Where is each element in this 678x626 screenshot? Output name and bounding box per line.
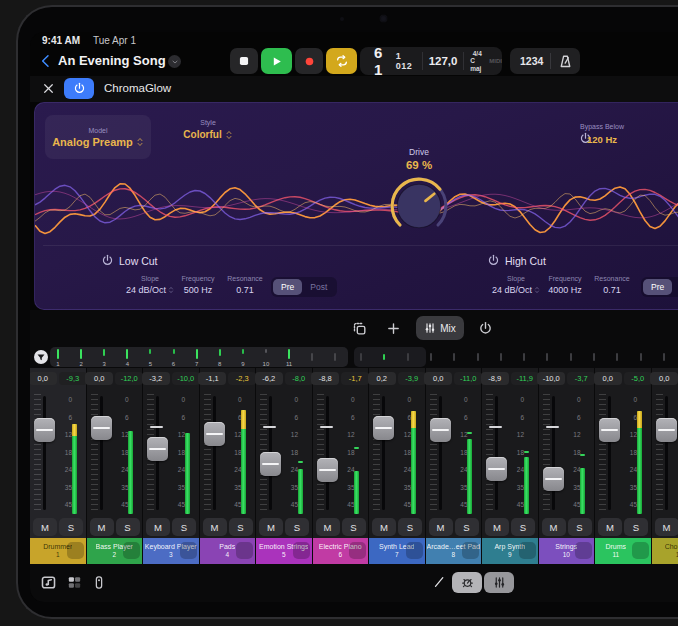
mixer-view-button[interactable] [484, 572, 514, 593]
pre-button[interactable]: Pre [643, 279, 672, 295]
track-name-band[interactable]: Chorus V 12 [652, 538, 678, 564]
cycle-button[interactable] [326, 48, 357, 74]
solo-button[interactable]: S [511, 518, 535, 536]
bypass-below[interactable]: Bypass Below 120 Hz [569, 123, 635, 145]
track-name-band[interactable]: Synth Lead 7 [369, 538, 425, 564]
fader-handle[interactable] [430, 418, 451, 442]
high-cut-power-icon[interactable] [487, 254, 500, 267]
track-name-band[interactable]: Arp Synth 9 [482, 538, 538, 564]
high-cut-resonance[interactable]: Resonance 0.71 [588, 275, 636, 295]
collapse-chevron-button[interactable] [575, 542, 592, 559]
drive-knob[interactable] [388, 175, 450, 237]
level-control[interactable]: Level 0.0 [657, 123, 678, 145]
fader-handle[interactable] [656, 418, 677, 442]
low-cut-power-icon[interactable] [101, 254, 114, 267]
mute-button[interactable]: M [316, 518, 340, 536]
fader-handle[interactable] [91, 416, 112, 440]
fader-handle[interactable] [486, 457, 507, 481]
solo-button[interactable]: S [624, 518, 648, 536]
high-cut-frequency[interactable]: Frequency 4000 Hz [538, 275, 592, 295]
collapse-chevron-button[interactable] [349, 542, 366, 559]
zero-db-mark [263, 426, 276, 428]
mute-button[interactable]: M [203, 518, 227, 536]
duplicate-icon[interactable] [352, 321, 367, 336]
collapse-chevron-button[interactable] [67, 542, 84, 559]
track-name-band[interactable]: Pads 4 [200, 538, 256, 564]
volume-value: -6,2 [255, 372, 283, 385]
low-cut-resonance[interactable]: Resonance 0.71 [221, 275, 269, 295]
stop-button[interactable] [230, 48, 258, 74]
back-chevron-icon[interactable] [38, 52, 54, 70]
collapse-chevron-button[interactable] [462, 542, 479, 559]
track-name-band[interactable]: Drums 11 [595, 538, 651, 564]
plugin-power-button[interactable] [64, 78, 94, 99]
solo-button[interactable]: S [455, 518, 479, 536]
fader-cell-icon[interactable] [92, 574, 106, 591]
mute-button[interactable]: M [598, 518, 622, 536]
collapse-chevron-button[interactable] [632, 542, 649, 559]
fader-handle[interactable] [317, 458, 338, 482]
solo-button[interactable]: S [285, 518, 309, 536]
mute-button[interactable]: M [146, 518, 170, 536]
track-name-band[interactable]: Drummer 1 [30, 538, 86, 564]
mixer-power-icon[interactable] [478, 321, 493, 336]
mute-button[interactable]: M [655, 518, 678, 536]
song-title[interactable]: An Evening Song [58, 53, 166, 68]
style-selector[interactable]: Style Colorful [165, 119, 251, 155]
fader-handle[interactable] [260, 452, 281, 476]
pencil-icon[interactable] [432, 575, 446, 589]
play-button[interactable] [261, 48, 292, 74]
low-cut-frequency[interactable]: Frequency 500 Hz [171, 275, 225, 295]
track-name-band[interactable]: Strings 10 [539, 538, 595, 564]
collapse-chevron-button[interactable] [123, 542, 140, 559]
plugin-tiles-icon[interactable] [66, 574, 83, 591]
solo-button[interactable]: S [568, 518, 592, 536]
lcd-display[interactable]: 6 1 1 012 127,0 4/4 C maj MIDI [360, 47, 502, 75]
metronome-icon[interactable] [558, 54, 573, 69]
track-name-band[interactable]: Emotion Strings 5 [256, 538, 312, 564]
collapse-chevron-button[interactable] [293, 542, 310, 559]
fader-handle[interactable] [147, 437, 168, 461]
level-meter [354, 471, 359, 514]
collapse-chevron-button[interactable] [236, 542, 253, 559]
collapse-chevron-button[interactable] [180, 542, 197, 559]
mix-button[interactable]: Mix [416, 316, 464, 340]
track-name-band[interactable]: Bass Player 2 [87, 538, 143, 564]
pre-button[interactable]: Pre [273, 279, 302, 295]
solo-button[interactable]: S [59, 518, 83, 536]
add-icon[interactable] [386, 321, 401, 336]
post-button[interactable]: Post [672, 279, 678, 295]
post-button[interactable]: Post [302, 279, 335, 295]
mute-button[interactable]: M [372, 518, 396, 536]
record-button[interactable] [295, 48, 323, 74]
solo-button[interactable]: S [229, 518, 253, 536]
collapse-chevron-button[interactable] [519, 542, 536, 559]
mute-button[interactable]: M [542, 518, 566, 536]
fader-handle[interactable] [34, 418, 55, 442]
fader-handle[interactable] [543, 467, 564, 491]
solo-button[interactable]: S [398, 518, 422, 536]
count-in-button[interactable]: 1234 [520, 55, 543, 67]
track-name-band[interactable]: Arcade…eet Pad 8 [426, 538, 482, 564]
close-icon[interactable] [42, 82, 55, 95]
mute-solo-row: M S [256, 516, 312, 538]
mute-button[interactable]: M [33, 518, 57, 536]
solo-button[interactable]: S [342, 518, 366, 536]
solo-button[interactable]: S [116, 518, 140, 536]
mute-button[interactable]: M [90, 518, 114, 536]
track-name-band[interactable]: Electric Piano 6 [313, 538, 369, 564]
filter-icon[interactable] [33, 349, 49, 365]
mute-button[interactable]: M [429, 518, 453, 536]
mute-button[interactable]: M [259, 518, 283, 536]
fader-handle[interactable] [204, 422, 225, 446]
song-menu-button[interactable] [168, 55, 181, 68]
mute-button[interactable]: M [485, 518, 509, 536]
browser-icon[interactable] [40, 574, 57, 591]
fader-handle[interactable] [599, 418, 620, 442]
track-name-band[interactable]: Keyboard Player 3 [143, 538, 199, 564]
controls-view-button[interactable] [452, 572, 482, 593]
fader-handle[interactable] [373, 416, 394, 440]
collapse-chevron-button[interactable] [406, 542, 423, 559]
solo-button[interactable]: S [172, 518, 196, 536]
model-selector[interactable]: Model Analog Preamp [45, 115, 151, 159]
